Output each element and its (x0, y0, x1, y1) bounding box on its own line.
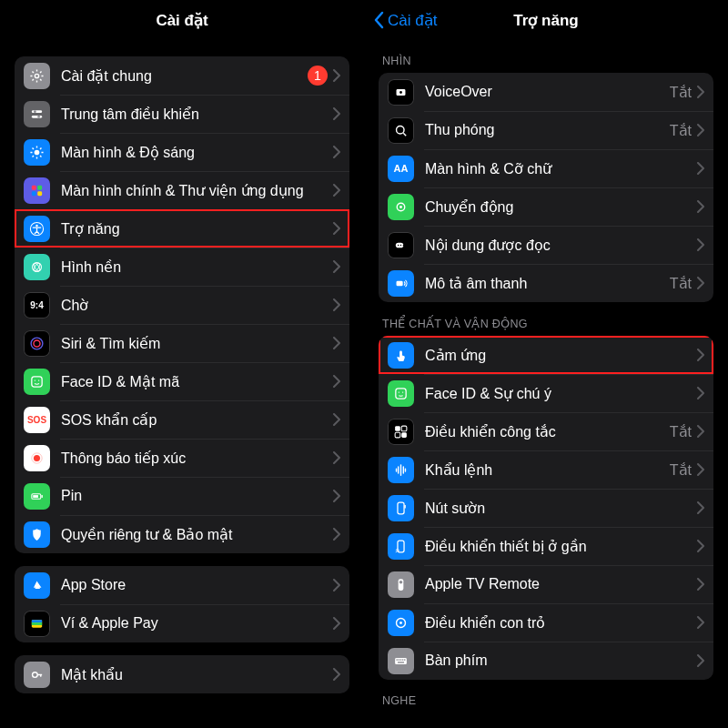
settings-row[interactable]: Face ID & Sự chú ý (379, 374, 713, 412)
settings-row[interactable]: VoiceOver Tắt (379, 73, 713, 111)
settings-row[interactable]: Điều khiển con trỏ (379, 603, 713, 642)
row-label: Mật khẩu (61, 666, 333, 683)
svg-point-31 (397, 126, 405, 134)
svg-point-37 (403, 244, 404, 245)
row-label: Face ID & Mật mã (61, 373, 333, 390)
svg-point-15 (31, 338, 43, 349)
settings-row[interactable]: Khẩu lệnh Tắt (379, 450, 713, 489)
chevron-right-icon (697, 349, 704, 361)
audiodesc-icon (388, 270, 414, 297)
chevron-right-icon (697, 425, 704, 438)
accessibility-icon (24, 216, 50, 242)
settings-row[interactable]: Mật khẩu (15, 655, 349, 693)
textsize-icon: AA (388, 156, 414, 182)
settings-row[interactable]: App Store (15, 566, 349, 604)
chevron-right-icon (333, 579, 340, 592)
settings-group: App Store Ví & Apple Pay (15, 566, 349, 642)
svg-point-0 (35, 74, 38, 77)
row-label: Điều khiển thiết bị ở gần (425, 538, 697, 555)
svg-rect-26 (32, 620, 42, 622)
settings-row[interactable]: Cài đặt chung 1 (15, 56, 349, 95)
settings-row[interactable]: Hình nền (15, 248, 349, 286)
svg-rect-54 (397, 659, 398, 660)
settings-row[interactable]: Thông báo tiếp xúc (15, 439, 349, 477)
settings-row[interactable]: Mô tả âm thanh Tắt (379, 264, 713, 302)
chevron-right-icon (697, 463, 704, 476)
settings-group: Cài đặt chung 1 Trung tâm điều khiển Màn… (15, 56, 349, 553)
settings-row[interactable]: Màn hình & Độ sáng (15, 133, 349, 171)
settings-row[interactable]: Nội dung được đọc (379, 226, 713, 264)
row-label: Siri & Tìm kiếm (61, 335, 333, 352)
settings-group: Mật khẩu (15, 655, 349, 693)
row-label: Ví & Apple Pay (61, 615, 333, 632)
svg-rect-39 (396, 388, 406, 398)
touch-icon (388, 342, 414, 369)
row-label: Cảm ứng (425, 347, 697, 364)
standby-icon: 9:4 (24, 292, 50, 318)
svg-rect-9 (37, 191, 42, 196)
svg-rect-23 (41, 495, 42, 498)
nearby-icon (388, 533, 414, 560)
settings-row[interactable]: Quyền riêng tư & Bảo mật (15, 515, 349, 553)
chevron-right-icon (697, 578, 704, 591)
exposure-icon (24, 445, 50, 471)
settings-row[interactable]: Apple TV Remote (379, 565, 713, 603)
faceid-icon (24, 369, 50, 395)
svg-rect-56 (400, 659, 401, 660)
zoom-icon (388, 117, 414, 144)
chevron-right-icon (697, 540, 704, 552)
chevron-right-icon (333, 146, 340, 158)
gear-icon (24, 63, 50, 89)
appstore-icon (24, 572, 50, 599)
chevron-right-icon (333, 107, 340, 120)
settings-row[interactable]: Bàn phím (379, 642, 713, 680)
section-header: NGHE (379, 680, 713, 713)
svg-point-35 (398, 244, 399, 245)
row-label: VoiceOver (425, 84, 670, 100)
chevron-right-icon (697, 387, 704, 399)
settings-row[interactable]: Trung tâm điều khiển (15, 95, 349, 133)
settings-row[interactable]: Điều khiển công tắc Tắt (379, 412, 713, 450)
svg-rect-38 (397, 280, 403, 286)
settings-row[interactable]: Siri & Tìm kiếm (15, 324, 349, 362)
settings-row[interactable]: Điều khiển thiết bị ở gần (379, 527, 713, 565)
settings-row[interactable]: Màn hình chính & Thư viện ứng dụng (15, 171, 349, 209)
row-label: Màn hình chính & Thư viện ứng dụng (61, 182, 333, 199)
chevron-right-icon (333, 617, 340, 630)
row-label: Hình nền (61, 258, 333, 276)
settings-row[interactable]: Nút sườn (379, 489, 713, 527)
status-value: Tắt (670, 275, 692, 292)
chevron-right-icon (333, 184, 340, 197)
settings-row[interactable]: SOS SOS khẩn cấp (15, 400, 349, 439)
back-button[interactable]: Cài đặt (373, 0, 437, 40)
svg-point-33 (399, 206, 402, 208)
settings-group: VoiceOver Tắt Thu phóng Tắt AA Màn hình … (379, 73, 713, 302)
settings-row[interactable]: Ví & Apple Pay (15, 604, 349, 642)
settings-row[interactable]: 9:4 Chờ (15, 286, 349, 324)
section-header: NHÌN (379, 40, 713, 73)
svg-point-20 (34, 454, 40, 460)
settings-row[interactable]: Trợ năng (15, 209, 349, 248)
settings-row[interactable]: Cảm ứng (379, 336, 713, 374)
wallpaper-icon (24, 254, 50, 280)
settings-row[interactable]: Chuyển động (379, 187, 713, 226)
settings-list[interactable]: Cài đặt chung 1 Trung tâm điều khiển Màn… (0, 40, 364, 728)
svg-point-4 (37, 115, 40, 117)
chevron-right-icon (333, 413, 340, 426)
row-label: Apple TV Remote (425, 576, 697, 592)
accessibility-list[interactable]: NHÌN VoiceOver Tắt Thu phóng Tắt AA Màn … (364, 40, 728, 728)
settings-group: Cảm ứng Face ID & Sự chú ý Điều khiển cô… (379, 336, 713, 680)
settings-row[interactable]: AA Màn hình & Cỡ chữ (379, 149, 713, 187)
svg-rect-47 (404, 504, 405, 508)
header: Cài đặt (0, 0, 364, 40)
row-label: Khẩu lệnh (425, 461, 670, 479)
settings-row[interactable]: Thu phóng Tắt (379, 111, 713, 149)
row-label: Điều khiển công tắc (425, 423, 670, 440)
settings-row[interactable]: Face ID & Mật mã (15, 362, 349, 400)
settings-row[interactable]: Pin (15, 477, 349, 515)
chevron-right-icon (333, 69, 340, 82)
pointer-icon (388, 610, 414, 636)
chevron-right-icon (697, 501, 704, 514)
svg-point-40 (399, 391, 399, 392)
chevron-right-icon (697, 200, 704, 213)
